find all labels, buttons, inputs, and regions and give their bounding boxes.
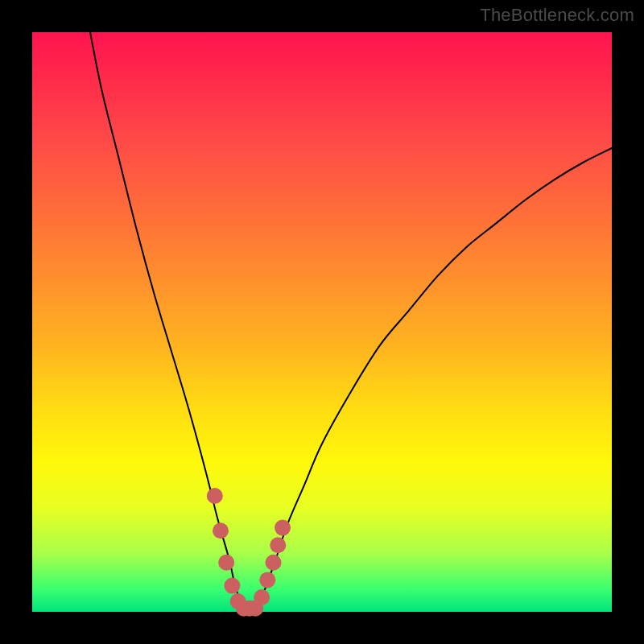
chart-frame: TheBottleneck.com <box>0 0 644 644</box>
highlight-dot <box>254 589 270 605</box>
plot-area <box>32 32 612 612</box>
highlight-dot <box>213 522 229 539</box>
highlight-dots <box>207 488 291 617</box>
bottleneck-curve <box>90 32 612 609</box>
highlight-dot <box>270 537 286 553</box>
highlight-dot <box>218 555 234 571</box>
highlight-dot <box>224 578 240 594</box>
curve-svg <box>32 32 612 612</box>
highlight-dot <box>207 488 223 504</box>
highlight-dot <box>266 555 282 571</box>
highlight-dot <box>275 520 291 536</box>
watermark-text: TheBottleneck.com <box>480 5 634 26</box>
highlight-dot <box>259 572 275 588</box>
